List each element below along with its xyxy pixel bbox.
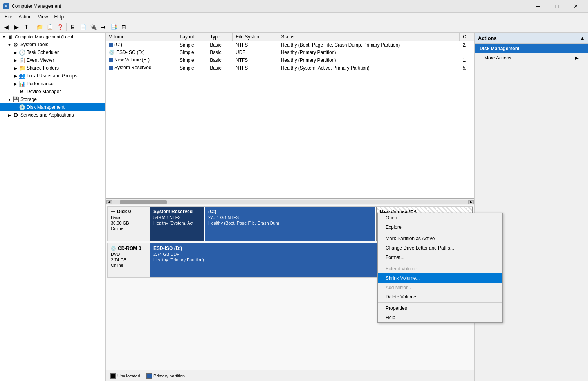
ctx-mark-active[interactable]: Mark Partition as Active	[378, 234, 502, 243]
maximize-button[interactable]: □	[548, 0, 566, 13]
sidebar-label: Disk Management	[27, 104, 65, 110]
col-layout[interactable]: Layout	[177, 33, 207, 41]
actions-collapse-icon[interactable]: ▲	[580, 35, 585, 41]
sidebar-label: Storage	[20, 97, 37, 102]
menu-view[interactable]: View	[35, 13, 51, 20]
cdrom-0-type: DVD	[111, 252, 147, 257]
ctx-add-mirror[interactable]: Add Mirror...	[378, 283, 502, 292]
arrow-button[interactable]: ➡	[99, 22, 108, 32]
cell-status: Healthy (Primary Partition)	[278, 49, 460, 56]
col-status[interactable]: Status	[278, 33, 460, 41]
col-c[interactable]: C	[460, 33, 474, 41]
table-row[interactable]: 💿ESD-ISO (D:) Simple Basic UDF Healthy (…	[106, 49, 474, 56]
ctx-extend[interactable]: Extend Volume...	[378, 264, 502, 273]
sidebar-label: Services and Applications	[20, 112, 74, 118]
legend-label-unallocated: Unallocated	[117, 374, 140, 378]
sidebar-label: Performance	[27, 81, 54, 86]
menu-action[interactable]: Action	[15, 13, 34, 20]
ctx-delete[interactable]: Delete Volume...	[378, 292, 502, 302]
sidebar-item-performance[interactable]: ▶ 📊 Performance	[0, 80, 105, 88]
cell-type: Basic	[207, 49, 233, 56]
toolbar-sep-1	[33, 23, 33, 31]
cell-layout: Simple	[177, 64, 207, 72]
sidebar-item-services[interactable]: ▶ ⚙ Services and Applications	[0, 111, 105, 119]
toggle-icon[interactable]	[13, 88, 19, 95]
disk-management-action[interactable]: Disk Management	[475, 44, 588, 53]
ctx-format[interactable]: Format...	[378, 253, 502, 262]
toggle-icon[interactable]: ▶	[13, 65, 19, 71]
partition-c[interactable]: (C:) 27.51 GB NTFS Healthy (Boot, Page F…	[205, 207, 376, 241]
menu-file[interactable]: File	[2, 13, 15, 20]
toggle-icon[interactable]: ▶	[13, 81, 19, 87]
partition-size: 549 MB NTFS	[153, 215, 201, 220]
sidebar-item-local-users[interactable]: ▶ 👥 Local Users and Groups	[0, 72, 105, 80]
main-container: ▼ 🖥 Computer Management (Local ▼ ⚙ Syste…	[0, 33, 588, 381]
cell-layout: Simple	[177, 56, 207, 64]
close-button[interactable]: ✕	[567, 0, 585, 13]
sidebar-item-device-manager[interactable]: 🖥 Device Manager	[0, 88, 105, 95]
more-actions-item[interactable]: More Actions ▶	[475, 53, 588, 63]
ctx-change-letter[interactable]: Change Drive Letter and Paths...	[378, 243, 502, 253]
toggle-icon[interactable]: ▶	[6, 112, 13, 118]
event-viewer-icon: 📋	[19, 57, 25, 63]
disk-0-title: Disk 0	[117, 209, 131, 214]
menu-help[interactable]: Help	[51, 13, 67, 20]
properties-button[interactable]: 📋	[45, 22, 54, 32]
sidebar-item-computer-management[interactable]: ▼ 🖥 Computer Management (Local	[0, 33, 105, 41]
content-area: Volume Layout Type File System Status C …	[106, 33, 474, 381]
toolbar-sep-2	[66, 23, 67, 31]
computer-button[interactable]: 🖥	[68, 22, 78, 32]
help-button[interactable]: ❓	[55, 22, 65, 32]
cell-c: 1.	[460, 56, 474, 64]
sidebar-item-disk-management[interactable]: 💿 Disk Management	[0, 103, 105, 111]
ctx-shrink[interactable]: Shrink Volume...	[378, 273, 502, 283]
cell-volume: (C:)	[106, 41, 177, 49]
sidebar-item-shared-folders[interactable]: ▶ 📁 Shared Folders	[0, 64, 105, 72]
cell-volume: 💿ESD-ISO (D:)	[106, 49, 177, 56]
menu-bar: File Action View Help	[0, 13, 588, 21]
sidebar-item-storage[interactable]: ▼ 💾 Storage	[0, 95, 105, 103]
ctx-explore[interactable]: Explore	[378, 223, 502, 232]
cell-status: Healthy (Boot, Page File, Crash Dump, Pr…	[278, 41, 460, 49]
col-type[interactable]: Type	[207, 33, 233, 41]
connect-button[interactable]: 🔌	[88, 22, 98, 32]
toggle-icon[interactable]	[13, 104, 19, 110]
scroll-track[interactable]	[112, 200, 468, 204]
ctx-sep-2	[378, 263, 502, 263]
cell-c	[460, 49, 474, 56]
toggle-icon[interactable]: ▶	[13, 57, 19, 63]
toggle-icon[interactable]: ▶	[13, 49, 19, 56]
cdrom-0-label: 💿 CD-ROM 0 DVD 2.74 GB Online	[107, 243, 150, 278]
task-scheduler-icon: 🕐	[19, 49, 25, 56]
sidebar-item-event-viewer[interactable]: ▶ 📋 Event Viewer	[0, 56, 105, 64]
minimize-button[interactable]: ─	[529, 0, 547, 13]
disk-0-size: 30.00 GB	[111, 221, 147, 225]
col-volume[interactable]: Volume	[106, 33, 177, 41]
col-filesystem[interactable]: File System	[233, 33, 278, 41]
toggle-icon[interactable]: ▼	[6, 96, 13, 102]
ctx-properties[interactable]: Properties	[378, 304, 502, 313]
ctx-help[interactable]: Help	[378, 313, 502, 322]
remove-button[interactable]: ⊟	[119, 22, 128, 32]
sidebar-item-system-tools[interactable]: ▼ ⚙ System Tools	[0, 41, 105, 49]
document-button[interactable]: 📄	[78, 22, 88, 32]
table-row[interactable]: System Reserved Simple Basic NTFS Health…	[106, 64, 474, 72]
partition-system-reserved[interactable]: System Reserved 549 MB NTFS Healthy (Sys…	[150, 207, 205, 241]
scroll-left-btn[interactable]: ◀	[106, 200, 112, 204]
sidebar-item-task-scheduler[interactable]: ▶ 🕐 Task Scheduler	[0, 49, 105, 56]
scroll-right-btn[interactable]: ▶	[468, 200, 474, 204]
toggle-icon[interactable]: ▶	[13, 73, 19, 79]
forward-button[interactable]: ▶	[12, 22, 21, 32]
list-button[interactable]: 📑	[109, 22, 118, 32]
table-row[interactable]: New Volume (E:) Simple Basic NTFS Health…	[106, 56, 474, 64]
horizontal-scrollbar[interactable]: ◀ ▶	[106, 199, 474, 205]
back-button[interactable]: ◀	[2, 22, 11, 32]
up-button[interactable]: ⬆	[22, 22, 31, 32]
toggle-icon[interactable]: ▼	[1, 34, 7, 40]
ctx-open[interactable]: Open	[378, 213, 502, 223]
scroll-thumb[interactable]	[120, 200, 167, 204]
table-row[interactable]: (C:) Simple Basic NTFS Healthy (Boot, Pa…	[106, 41, 474, 49]
toggle-icon[interactable]: ▼	[6, 41, 13, 48]
show-hide-button[interactable]: 📁	[35, 22, 44, 32]
legend-box-primary	[146, 373, 152, 379]
